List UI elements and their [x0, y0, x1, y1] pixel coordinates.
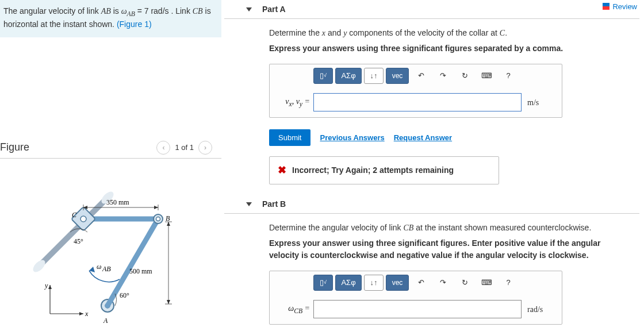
undo-button[interactable]: ↶: [411, 68, 431, 84]
caret-down-icon: [246, 7, 252, 11]
right-panel: Part A Determine the x and y components …: [224, 0, 644, 335]
undo-button[interactable]: ↶: [411, 275, 431, 291]
svg-text:y: y: [44, 282, 48, 290]
redo-button[interactable]: ↷: [433, 275, 453, 291]
svg-line-6: [37, 196, 109, 268]
keyboard-button[interactable]: ⌨: [477, 275, 496, 291]
svg-marker-29: [167, 222, 170, 226]
svg-text:x: x: [85, 310, 89, 318]
svg-point-18: [156, 217, 160, 221]
part-a-prompt: Determine the x and y components of the …: [269, 27, 623, 39]
figure-header: Figure ‹ 1 of 1 ›: [0, 141, 221, 159]
request-answer-link-a[interactable]: Request Answer: [394, 132, 452, 144]
part-b-title: Part B: [262, 199, 286, 209]
part-b-input-box: ▯√ ΑΣφ ↓↑ vec ↶ ↷ ↻ ⌨ ? ωCB =: [269, 271, 562, 325]
svg-line-12: [108, 219, 158, 306]
svg-text:A: A: [103, 317, 108, 325]
part-a-title: Part A: [262, 5, 286, 14]
arrows-button[interactable]: ↓↑: [364, 275, 384, 291]
left-panel: The angular velocity of link AB is ωAB =…: [0, 0, 224, 335]
part-b-prompt: Determine the angular velocity of link C…: [269, 222, 623, 234]
vec-button[interactable]: vec: [386, 68, 409, 84]
svg-text:45°: 45°: [74, 237, 83, 245]
problem-statement: The angular velocity of link AB is ωAB =…: [0, 0, 221, 37]
keyboard-button[interactable]: ⌨: [477, 68, 496, 84]
greek-button[interactable]: ΑΣφ: [335, 68, 362, 84]
svg-text:350 mm: 350 mm: [106, 198, 129, 206]
templates-button[interactable]: ▯√: [313, 68, 333, 84]
svg-marker-2: [79, 312, 83, 315]
part-b-var-label: ωCB =: [275, 302, 310, 316]
part-a-var-label: vx, vy =: [275, 95, 310, 109]
part-b-instructions: Express your answer using three signific…: [269, 237, 623, 261]
svg-marker-30: [167, 300, 170, 304]
part-b-answer-input[interactable]: [313, 300, 522, 318]
svg-text:C: C: [72, 211, 77, 219]
submit-button-a[interactable]: Submit: [269, 129, 310, 146]
svg-marker-24: [154, 206, 158, 209]
incorrect-icon: ✖: [278, 163, 286, 178]
feedback-box: ✖ Incorrect; Try Again; 2 attempts remai…: [269, 156, 499, 184]
figure-title: Figure: [0, 141, 156, 153]
vec-button[interactable]: vec: [386, 275, 409, 291]
svg-text:AB: AB: [102, 265, 111, 273]
figure-image: x y A C B: [29, 164, 207, 325]
previous-answers-link-a[interactable]: Previous Answers: [320, 132, 384, 144]
fig-prev-button[interactable]: ‹: [156, 141, 170, 155]
part-a-answer-input[interactable]: [313, 93, 522, 111]
reset-button[interactable]: ↻: [455, 275, 474, 291]
help-button[interactable]: ?: [499, 68, 518, 84]
part-a-header[interactable]: Part A: [224, 0, 639, 19]
figure-ref-link[interactable]: (Figure 1): [117, 20, 152, 29]
part-b-unit: rad/s: [527, 303, 556, 315]
svg-marker-3: [48, 285, 52, 289]
svg-text:B: B: [166, 214, 170, 222]
svg-text:60°: 60°: [120, 291, 129, 299]
help-button[interactable]: ?: [499, 275, 518, 291]
part-a: Part A Determine the x and y components …: [224, 0, 639, 195]
toolbar-a: ▯√ ΑΣφ ↓↑ vec ↶ ↷ ↻ ⌨ ?: [270, 64, 562, 87]
reset-button[interactable]: ↻: [455, 68, 474, 84]
svg-text:500 mm: 500 mm: [129, 267, 152, 275]
fig-next-button[interactable]: ›: [198, 141, 212, 155]
part-a-unit: m/s: [527, 97, 556, 109]
fig-page-indicator: 1 of 1: [175, 143, 194, 152]
templates-button[interactable]: ▯√: [313, 275, 333, 291]
svg-point-15: [80, 216, 86, 222]
part-b: Part B Determine the angular velocity of…: [224, 195, 639, 335]
toolbar-b: ▯√ ΑΣφ ↓↑ vec ↶ ↷ ↻ ⌨ ?: [270, 271, 562, 294]
part-a-instructions: Express your answers using three signifi…: [269, 43, 623, 55]
caret-down-icon: [246, 202, 252, 206]
part-b-header[interactable]: Part B: [224, 195, 639, 214]
arrows-button[interactable]: ↓↑: [364, 68, 384, 84]
part-a-input-box: ▯√ ΑΣφ ↓↑ vec ↶ ↷ ↻ ⌨ ? vx, vy =: [269, 64, 562, 118]
redo-button[interactable]: ↷: [433, 68, 453, 84]
svg-text:ω: ω: [97, 263, 101, 271]
greek-button[interactable]: ΑΣφ: [335, 275, 362, 291]
feedback-text: Incorrect; Try Again; 2 attempts remaini…: [292, 164, 454, 176]
